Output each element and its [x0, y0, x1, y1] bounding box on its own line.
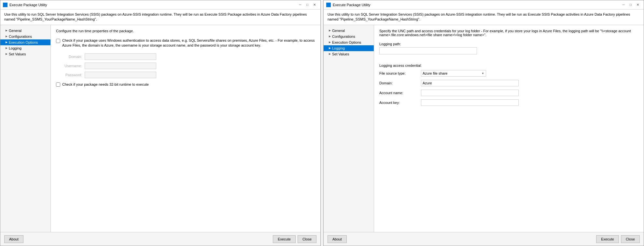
arrow-icon-logging-1: ▶ — [6, 47, 7, 50]
domain-label-1: Domain: — [56, 55, 82, 59]
windows-auth-label-1: Check if your package uses Windows authe… — [62, 38, 315, 48]
sidebar-label-configurations-2: Configurations — [332, 35, 355, 38]
arrow-icon-general-2: ▶ — [329, 29, 331, 32]
arrow-icon-logging-2: ▶ — [329, 47, 331, 50]
logging-domain-input[interactable] — [421, 80, 519, 86]
sidebar-label-general-2: General — [332, 29, 345, 33]
title-bar-1: Execute Package Utility ─ □ ✕ — [0, 0, 320, 9]
username-label-1: Username: — [56, 64, 82, 68]
execute-button-1[interactable]: Execute — [273, 235, 296, 243]
logging-path-label: Logging path: — [379, 42, 638, 46]
footer-right-1: Execute Close — [273, 235, 316, 243]
sidebar-2: ▶ General ▶ Configurations ▶ Execution O… — [324, 25, 374, 232]
window-2: Execute Package Utility ─ □ ✕ Use this u… — [323, 0, 644, 246]
content-desc-1: Configure the run time properties of the… — [56, 29, 315, 33]
sidebar-item-set-values-1[interactable]: ▶ Set Values — [0, 51, 50, 57]
title-controls-2: ─ □ ✕ — [620, 2, 641, 7]
maximize-button-1[interactable]: □ — [304, 2, 311, 7]
file-source-type-select[interactable]: Azure file share File share Azure Blob S… — [421, 70, 486, 77]
sidebar-item-logging-1[interactable]: ▶ Logging — [0, 45, 50, 51]
password-label-1: Password: — [56, 73, 82, 77]
bit32-row-1: Check if your package needs 32-bit runti… — [56, 82, 315, 87]
footer-1: About Execute Close — [0, 232, 320, 246]
app-icon-2 — [326, 3, 331, 7]
password-input-1[interactable] — [85, 72, 156, 78]
content-area-2: Specify the UNC path and access credenti… — [374, 25, 644, 232]
close-button-2[interactable]: ✕ — [635, 2, 641, 7]
bit32-label-1: Check if your package needs 32-bit runti… — [62, 82, 149, 87]
sidebar-item-general-2[interactable]: ▶ General — [324, 28, 374, 34]
minimize-button-2[interactable]: ─ — [620, 2, 627, 7]
sidebar-label-execution-2: Execution Options — [332, 40, 361, 44]
file-source-type-row: File source type: Azure file share File … — [379, 70, 638, 77]
logging-domain-row: Domain: — [379, 80, 638, 86]
windows-auth-checkbox-1[interactable] — [56, 39, 60, 43]
title-bar-left-2: Execute Package Utility — [326, 3, 371, 7]
close-button-1[interactable]: ✕ — [311, 2, 318, 7]
window-body-2: ▶ General ▶ Configurations ▶ Execution O… — [324, 25, 644, 232]
sidebar-label-execution-1: Execution Options — [9, 40, 38, 44]
sidebar-label-configurations-1: Configurations — [9, 35, 32, 38]
sidebar-item-configurations-2[interactable]: ▶ Configurations — [324, 34, 374, 39]
app-icon-1 — [3, 3, 7, 7]
arrow-icon-general-1: ▶ — [6, 29, 7, 32]
arrow-icon-configurations-1: ▶ — [6, 35, 7, 38]
sidebar-item-execution-options-2[interactable]: ▶ Execution Options — [324, 39, 374, 45]
about-button-1[interactable]: About — [4, 235, 23, 243]
arrow-icon-execution-1: ▶ — [6, 41, 7, 44]
file-source-type-wrapper: Azure file share File share Azure Blob S… — [421, 70, 486, 77]
sidebar-item-execution-options-1[interactable]: ▶ Execution Options — [0, 39, 50, 45]
domain-row-1: Domain: — [56, 53, 315, 60]
window-description-2: Use this utility to run SQL Server Integ… — [324, 9, 644, 25]
account-name-input[interactable] — [421, 90, 519, 96]
username-input-1[interactable] — [85, 63, 156, 69]
logging-domain-label: Domain: — [379, 81, 418, 85]
sidebar-label-general-1: General — [9, 29, 21, 33]
title-controls-1: ─ □ ✕ — [297, 2, 318, 7]
bit32-checkbox-1[interactable] — [56, 82, 60, 87]
about-button-2[interactable]: About — [328, 235, 347, 243]
sidebar-label-logging-2: Logging — [332, 46, 345, 50]
sidebar-item-general-1[interactable]: ▶ General — [0, 28, 50, 34]
minimize-button-1[interactable]: ─ — [297, 2, 303, 7]
arrow-icon-setvalues-1: ▶ — [6, 52, 7, 55]
footer-2: About Execute Close — [324, 232, 644, 246]
account-key-label: Account key: — [379, 101, 418, 105]
arrow-icon-configurations-2: ▶ — [329, 35, 331, 38]
sidebar-1: ▶ General ▶ Configurations ▶ Execution O… — [0, 25, 51, 232]
window-separator — [321, 0, 323, 246]
window-1: Execute Package Utility ─ □ ✕ Use this u… — [0, 0, 321, 246]
sidebar-item-configurations-1[interactable]: ▶ Configurations — [0, 34, 50, 39]
logging-path-group: Logging path: — [379, 42, 638, 60]
account-name-row: Account name: — [379, 90, 638, 96]
logging-access-title: Logging access credential: — [379, 64, 638, 67]
sidebar-label-logging-1: Logging — [9, 46, 21, 50]
windows-auth-row-1: Check if your package uses Windows authe… — [56, 38, 315, 48]
sidebar-label-setvalues-1: Set Values — [9, 52, 26, 56]
execute-button-2[interactable]: Execute — [596, 235, 619, 243]
close-footer-button-2[interactable]: Close — [621, 235, 640, 243]
password-row-1: Password: — [56, 72, 315, 78]
arrow-icon-setvalues-2: ▶ — [329, 52, 331, 55]
window-title-1: Execute Package Utility — [9, 3, 47, 7]
title-bar-left-1: Execute Package Utility — [3, 3, 47, 7]
sidebar-item-logging-2[interactable]: ▶ Logging — [324, 45, 374, 51]
window-body-1: ▶ General ▶ Configurations ▶ Execution O… — [0, 25, 320, 232]
sidebar-item-set-values-2[interactable]: ▶ Set Values — [324, 51, 374, 57]
account-key-input[interactable] — [421, 99, 519, 106]
window-title-2: Execute Package Utility — [333, 3, 371, 7]
close-footer-button-1[interactable]: Close — [298, 235, 316, 243]
content-desc-2: Specify the UNC path and access credenti… — [379, 29, 638, 37]
maximize-button-2[interactable]: □ — [627, 2, 634, 7]
username-row-1: Username: — [56, 63, 315, 69]
description-text-2: Use this utility to run SQL Server Integ… — [328, 12, 630, 21]
footer-right-2: Execute Close — [596, 235, 640, 243]
domain-input-1[interactable] — [85, 53, 156, 60]
content-area-1: Configure the run time properties of the… — [51, 25, 320, 232]
description-text-1: Use this utility to run SQL Server Integ… — [4, 12, 307, 21]
window-description-1: Use this utility to run SQL Server Integ… — [0, 9, 320, 25]
sidebar-label-setvalues-2: Set Values — [332, 52, 349, 56]
account-key-row: Account key: — [379, 99, 638, 106]
account-name-label: Account name: — [379, 91, 418, 95]
logging-path-input[interactable] — [379, 47, 477, 54]
